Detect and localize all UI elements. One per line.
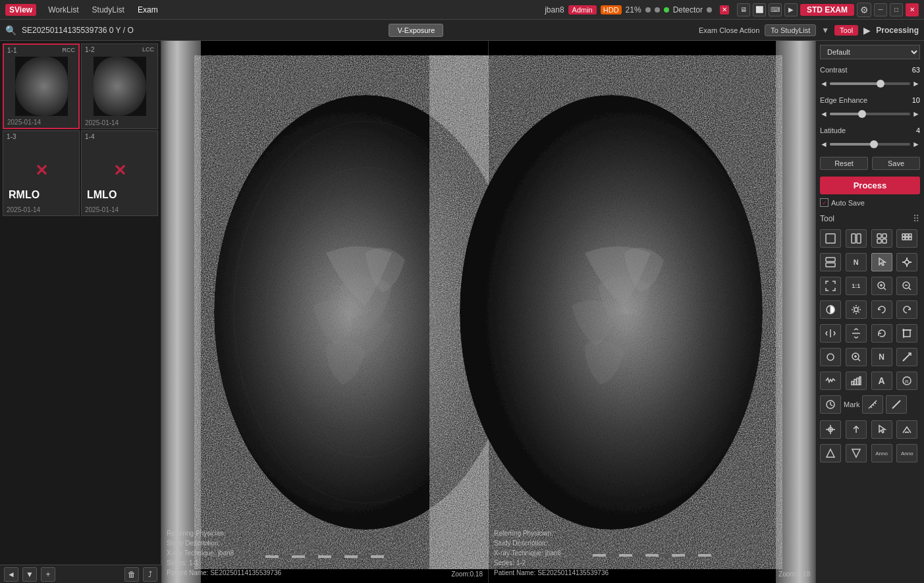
tool-magnify[interactable] — [846, 348, 867, 366]
thumb-date-4: 2025-01-14 — [85, 206, 119, 213]
tool-button[interactable]: Tool — [834, 25, 858, 36]
arrow-right-btn[interactable]: ▶ — [784, 3, 798, 16]
svg-line-68 — [875, 403, 876, 404]
thumbnail-lmlo[interactable]: 1-4 ✕ LMLO 2025-01-14 — [81, 130, 158, 216]
tool-cursor[interactable] — [871, 253, 892, 271]
edge-inc[interactable]: ► — [912, 109, 920, 119]
close-small-btn[interactable]: ✕ — [720, 5, 729, 14]
tool-registered[interactable]: R — [896, 372, 917, 390]
export-btn[interactable]: ⤴ — [143, 567, 157, 582]
tool-line[interactable] — [886, 395, 907, 414]
display-btn[interactable]: ⬜ — [753, 3, 766, 16]
lat-track[interactable] — [830, 143, 910, 146]
contrast-track[interactable] — [830, 82, 910, 85]
tool-angle[interactable] — [896, 420, 917, 439]
down-btn[interactable]: ▼ — [22, 567, 37, 582]
tool-invert[interactable] — [820, 300, 841, 319]
tool-bar-chart[interactable] — [846, 372, 867, 390]
tool-arrow-up[interactable] — [846, 420, 867, 439]
settings-gear-btn[interactable]: ⚙ — [857, 3, 871, 17]
minimize-btn[interactable]: ─ — [874, 3, 887, 16]
tool-rotate-ccw[interactable] — [871, 300, 892, 319]
svg-rect-29 — [877, 239, 881, 243]
tool-zoom-in[interactable] — [871, 277, 892, 295]
tool-grid-view[interactable] — [896, 229, 917, 248]
tool-two-view-h[interactable] — [846, 229, 867, 248]
tool-ruler[interactable] — [862, 395, 883, 414]
tool-pointer[interactable] — [871, 420, 892, 439]
forward-arrow[interactable]: ▶ — [863, 25, 871, 36]
left-series: Series: 1-1 — [167, 558, 281, 568]
tool-anno[interactable]: Anno — [871, 444, 892, 462]
maximize-btn[interactable]: □ — [890, 3, 903, 16]
tool-text-a[interactable]: A — [871, 372, 892, 390]
tool-triangle-down[interactable] — [846, 444, 867, 462]
v-exposure-button[interactable]: V-Exposure — [389, 24, 443, 37]
right-image-panel[interactable]: Institution: Image Acquisition Time: 135… — [489, 41, 815, 583]
lat-inc[interactable]: ► — [912, 140, 920, 149]
tool-dots-icon[interactable]: ⠿ — [913, 213, 920, 224]
reset-button[interactable]: Reset — [820, 157, 868, 170]
dropdown-arrow[interactable]: ▼ — [821, 26, 829, 35]
svg-rect-32 — [906, 234, 908, 236]
tool-circle[interactable] — [820, 348, 841, 366]
tool-anno2[interactable]: Anno — [896, 444, 917, 462]
thumbnail-rcc[interactable]: 1-1 RCC 2025-01-14 — [3, 43, 80, 129]
search-icon[interactable]: 🔍 — [5, 25, 16, 36]
thumbnail-lcc[interactable]: 1-2 LCC 2025-01-14 — [81, 43, 158, 129]
tool-1to1[interactable]: 1:1 — [846, 277, 867, 295]
edge-enhance-label: Edge Enhance 10 — [820, 96, 920, 104]
delete-btn[interactable]: 🗑 — [124, 567, 139, 582]
to-studylist-button[interactable]: To StudyList — [765, 24, 816, 36]
add-btn[interactable]: + — [41, 567, 55, 582]
tool-crosshair[interactable] — [820, 420, 841, 439]
contrast-dec[interactable]: ◄ — [820, 79, 828, 88]
tool-rotate-cw[interactable] — [896, 300, 917, 319]
process-button[interactable]: Process — [820, 177, 920, 194]
monitor-btn[interactable]: 🖥 — [737, 3, 750, 16]
tool-zoom-out[interactable] — [896, 277, 917, 295]
right-zoom-info: Zoom:0.18 — [778, 570, 810, 578]
tool-n-view[interactable]: N — [846, 253, 867, 271]
tool-n-label[interactable]: N — [871, 348, 892, 366]
auto-save-checkbox[interactable]: ✓ — [820, 198, 829, 207]
tool-split-v[interactable] — [820, 253, 841, 271]
auto-save-row: ✓ Auto Save — [820, 198, 920, 207]
tool-pan[interactable] — [896, 253, 917, 271]
svg-rect-61 — [859, 377, 861, 385]
processing-dropdown[interactable]: Default — [820, 45, 920, 59]
keyboard-btn[interactable]: ⌨ — [769, 3, 782, 16]
tool-flip-h[interactable] — [820, 324, 841, 343]
lat-dec[interactable]: ◄ — [820, 140, 828, 149]
edge-track[interactable] — [830, 113, 910, 115]
tool-brightness[interactable] — [846, 300, 867, 319]
tool-four-view[interactable] — [871, 229, 892, 248]
contrast-value: 63 — [912, 66, 920, 74]
app-logo[interactable]: SView — [5, 4, 36, 16]
menu-exam[interactable]: Exam — [132, 4, 163, 16]
edge-dec[interactable]: ◄ — [820, 109, 828, 119]
tool-single-view[interactable] — [820, 229, 841, 248]
tool-reset-view[interactable] — [871, 324, 892, 343]
menu-studylist[interactable]: StudyList — [87, 4, 130, 16]
svg-line-57 — [903, 353, 911, 361]
contrast-inc[interactable]: ► — [912, 79, 920, 88]
std-exam-button[interactable]: STD EXAM — [800, 4, 854, 16]
close-btn[interactable]: ✕ — [906, 3, 919, 16]
thumbnail-rmlo[interactable]: 1-3 ✕ RMLO 2025-01-14 — [3, 130, 80, 216]
tool-diagonal[interactable] — [896, 348, 917, 366]
tool-clock[interactable] — [820, 395, 841, 414]
tool-triangle-up[interactable] — [820, 444, 841, 462]
svg-rect-4 — [265, 555, 279, 558]
exam-close-action-label[interactable]: Exam Close Action — [699, 26, 759, 34]
svg-rect-49 — [904, 330, 910, 337]
tool-fit-all[interactable] — [820, 277, 841, 295]
menu-worklist[interactable]: WorkList — [43, 4, 84, 16]
tool-waveform[interactable] — [820, 372, 841, 390]
tool-flip-v[interactable] — [846, 324, 867, 343]
prev-btn[interactable]: ◄ — [4, 567, 18, 582]
thumb-label-rmlo: RMLO — [9, 189, 40, 201]
tool-crop[interactable] — [896, 324, 917, 343]
save-button[interactable]: Save — [872, 157, 920, 170]
left-referring: Referring Physician: — [167, 528, 281, 538]
